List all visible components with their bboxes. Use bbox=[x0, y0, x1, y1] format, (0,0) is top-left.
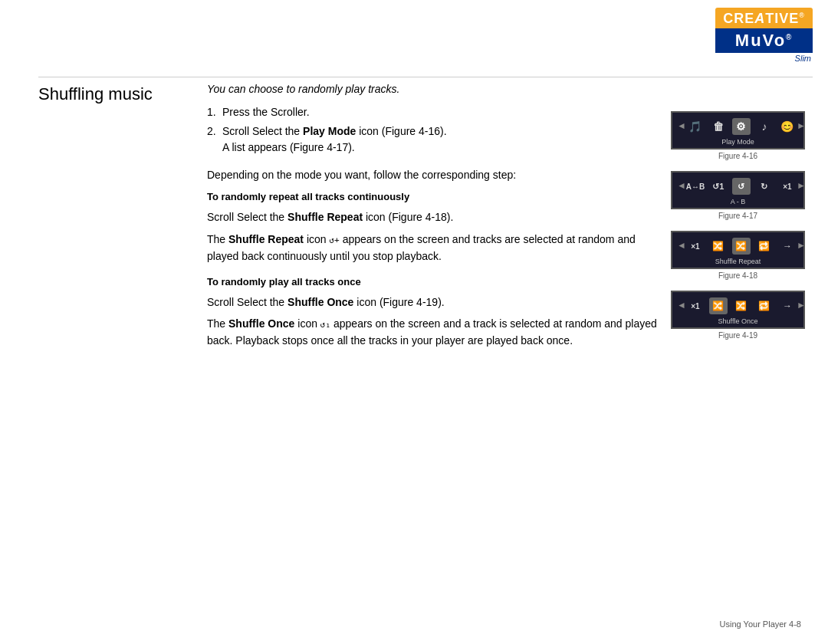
fig17-left-arrow: ◄ bbox=[677, 180, 686, 200]
slim-label: Slim bbox=[795, 54, 813, 63]
fig18-right-arrow: ► bbox=[797, 240, 806, 260]
fig16-icon1: 🎵 bbox=[686, 118, 705, 135]
fig17-icon3: ↺ bbox=[732, 178, 751, 195]
fig19-label: Shuffle Once bbox=[718, 317, 758, 325]
fig16-icon4: ♪ bbox=[755, 118, 774, 135]
fig16-label: Play Mode bbox=[721, 138, 754, 146]
fig18-icon2: 🔀 bbox=[709, 238, 728, 255]
fig17-icon1: A↔B bbox=[686, 178, 705, 195]
step-1-text: Press the Scroller. bbox=[222, 106, 310, 118]
fig19-caption: Figure 4-19 bbox=[671, 331, 805, 340]
fig19-right-arrow: ► bbox=[797, 300, 806, 320]
section1-heading: To randomly repeat all tracks continuous… bbox=[207, 191, 659, 202]
step-1: 1. Press the Scroller. bbox=[207, 104, 659, 120]
steps-list: 1. Press the Scroller. 2. Scroll Select … bbox=[207, 104, 659, 156]
fig19-icon3: 🔀 bbox=[732, 297, 751, 314]
figure-16: ◄ 🎵 🗑 ⚙ ♪ 😊 ► Play Mode Figure 4-16 bbox=[671, 111, 805, 160]
figure-18: ◄ ×1 🔀 🔀 🔁 → ► Shuffle Repeat Figure 4-1… bbox=[671, 231, 805, 280]
fig19-icon5: → bbox=[778, 297, 797, 314]
fig16-right-arrow: ► bbox=[797, 120, 806, 140]
section2-heading: To randomly play all tracks once bbox=[207, 276, 659, 288]
step-2-text: Scroll Select the Play Mode icon (Figure… bbox=[222, 125, 447, 153]
step-2: 2. Scroll Select the Play Mode icon (Fig… bbox=[207, 123, 659, 156]
fig16-left-arrow: ◄ bbox=[677, 120, 686, 140]
logo-area: CREATIVE® MuVo® Slim bbox=[715, 8, 813, 63]
fig19-left-arrow: ◄ bbox=[677, 300, 686, 320]
fig16-caption: Figure 4-16 bbox=[671, 152, 805, 160]
section2-body1: Scroll Select the Shuffle Once icon (Fig… bbox=[207, 294, 659, 310]
intro-text: You can choose to randomly play tracks. bbox=[207, 83, 659, 95]
fig17-icon2: ↺1 bbox=[709, 178, 728, 195]
fig19-icon2: 🔀 bbox=[709, 297, 728, 314]
fig19-icon4: 🔁 bbox=[755, 297, 774, 314]
figure-17-image: ◄ A↔B ↺1 ↺ ↻ ×1 ► A - B bbox=[671, 171, 805, 209]
fig16-icon5: 😊 bbox=[778, 118, 797, 135]
fig18-caption: Figure 4-18 bbox=[671, 271, 805, 280]
top-divider bbox=[38, 77, 813, 77]
figure-17: ◄ A↔B ↺1 ↺ ↻ ×1 ► A - B Figure 4-17 bbox=[671, 171, 805, 220]
figure-18-image: ◄ ×1 🔀 🔀 🔁 → ► Shuffle Repeat bbox=[671, 231, 805, 269]
fig17-icon4: ↻ bbox=[755, 178, 774, 195]
shuffle-repeat-icon: ↺+ bbox=[330, 235, 340, 245]
fig18-label: Shuffle Repeat bbox=[715, 258, 761, 265]
section1-body1: Scroll Select the Shuffle Repeat icon (F… bbox=[207, 209, 659, 225]
muvo-logo: MuVo® bbox=[715, 28, 813, 53]
fig17-icon5: ×1 bbox=[778, 178, 797, 195]
content-area: You can choose to randomly play tracks. … bbox=[207, 83, 659, 354]
footer-text: Using Your Player 4-8 bbox=[720, 619, 801, 629]
fig19-icon1: ×1 bbox=[686, 297, 705, 314]
fig17-label: A - B bbox=[731, 198, 746, 205]
figures-area: ◄ 🎵 🗑 ⚙ ♪ 😊 ► Play Mode Figure 4-16 ◄ A↔… bbox=[671, 111, 805, 350]
section2-body2: The Shuffle Once icon ↺₁ appears on the … bbox=[207, 315, 659, 350]
page-title: Shuffling music bbox=[38, 84, 153, 104]
shuffle-once-icon: ↺₁ bbox=[320, 320, 330, 330]
fig17-right-arrow: ► bbox=[797, 180, 806, 200]
fig16-icon2: 🗑 bbox=[709, 118, 728, 135]
fig18-left-arrow: ◄ bbox=[677, 240, 686, 260]
figure-19-image: ◄ ×1 🔀 🔀 🔁 → ► Shuffle Once bbox=[671, 291, 805, 329]
creative-logo: CREATIVE® bbox=[715, 8, 813, 28]
fig18-icon4: 🔁 bbox=[755, 238, 774, 255]
figure-16-image: ◄ 🎵 🗑 ⚙ ♪ 😊 ► Play Mode bbox=[671, 111, 805, 150]
fig18-icon1: ×1 bbox=[686, 238, 705, 255]
depending-text: Depending on the mode you want, follow t… bbox=[207, 166, 659, 183]
section1-body2: The Shuffle Repeat icon ↺+ appears on th… bbox=[207, 231, 659, 265]
fig18-icon5: → bbox=[778, 238, 797, 255]
fig18-icon3: 🔀 bbox=[732, 238, 751, 255]
fig17-caption: Figure 4-17 bbox=[671, 212, 805, 220]
figure-19: ◄ ×1 🔀 🔀 🔁 → ► Shuffle Once Figure 4-19 bbox=[671, 291, 805, 340]
fig16-icon3: ⚙ bbox=[732, 118, 751, 135]
